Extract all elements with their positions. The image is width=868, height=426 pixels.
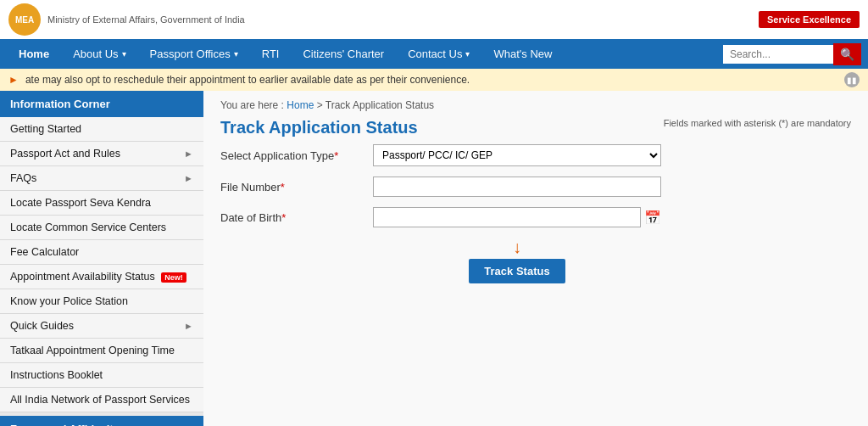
chevron-right-icon: ►: [184, 173, 193, 183]
chevron-down-icon: ▾: [122, 49, 126, 59]
page-title: Track Application Status: [220, 118, 418, 137]
chevron-right-icon: ►: [184, 321, 193, 331]
sidebar-item-instructions-booklet[interactable]: Instructions Booklet: [0, 363, 203, 388]
marquee-arrow-icon: ►: [8, 74, 19, 86]
nav-item-rti[interactable]: RTI: [250, 39, 292, 69]
logo-area: MEA Ministry of External Affairs, Govern…: [8, 3, 245, 36]
nav-item-home[interactable]: Home: [7, 39, 61, 69]
application-type-row: Select Application Type* Passport/ PCC/ …: [220, 144, 661, 166]
ministry-text: Ministry of External Affairs, Government…: [47, 14, 245, 25]
nav-item-whats-new[interactable]: What's New: [481, 39, 564, 69]
top-header: MEA Ministry of External Affairs, Govern…: [0, 0, 868, 39]
calendar-icon[interactable]: 📅: [644, 210, 661, 226]
nav-search-area: 🔍: [723, 43, 861, 65]
nav-item-citizens-charter[interactable]: Citizens' Charter: [291, 39, 396, 69]
track-status-button[interactable]: Track Status: [469, 259, 565, 283]
sidebar-item-faqs[interactable]: FAQs ►: [0, 166, 203, 191]
application-type-label: Select Application Type*: [220, 149, 373, 162]
marquee-text: ate may also opt to reschedule their app…: [25, 74, 470, 86]
sidebar: Information Corner Getting Started Passp…: [0, 91, 203, 426]
date-of-birth-row: Date of Birth* 📅: [220, 207, 661, 227]
arrow-down-icon: ↓: [513, 238, 521, 257]
nav-item-passport-offices[interactable]: Passport Offices ▾: [138, 39, 250, 69]
sidebar-item-appointment-availability[interactable]: Appointment Availability Status New!: [0, 265, 203, 289]
chevron-down-icon: ▾: [465, 49, 470, 59]
sidebar-item-locate-psk[interactable]: Locate Passport Seva Kendra: [0, 191, 203, 216]
content-area: Information Corner Getting Started Passp…: [0, 91, 868, 426]
nav-item-about-us[interactable]: About Us ▾: [61, 39, 137, 69]
file-number-input[interactable]: [373, 177, 661, 197]
sidebar-item-all-india-network[interactable]: All India Network of Passport Services: [0, 388, 203, 412]
breadcrumb-home-link[interactable]: Home: [287, 99, 314, 111]
sidebar-section1-heading: Information Corner: [0, 91, 203, 117]
application-type-select[interactable]: Passport/ PCC/ IC/ GEP e-Passport PCC IC…: [373, 144, 661, 166]
service-excellence-badge: Service Excellence: [759, 11, 860, 28]
mandatory-note: Fields marked with asterisk (*) are mand…: [664, 118, 851, 128]
sidebar-item-passport-act[interactable]: Passport Act and Rules ►: [0, 142, 203, 166]
breadcrumb-current: Track Application Status: [326, 99, 434, 111]
sidebar-item-getting-started[interactable]: Getting Started: [0, 117, 203, 142]
main-content: You are here : Home > Track Application …: [203, 91, 868, 426]
search-input[interactable]: [723, 45, 833, 64]
new-badge: New!: [161, 272, 186, 283]
main-nav: Home About Us ▾ Passport Offices ▾ RTI C…: [0, 39, 868, 69]
pause-marquee-button[interactable]: ▮▮: [844, 72, 860, 87]
file-number-label: File Number*: [220, 181, 373, 193]
track-btn-container: ↓ Track Status: [373, 238, 661, 283]
search-button[interactable]: 🔍: [833, 43, 861, 65]
chevron-right-icon: ►: [184, 149, 193, 159]
breadcrumb: You are here : Home > Track Application …: [220, 99, 851, 111]
nav-item-contact-us[interactable]: Contact Us ▾: [396, 39, 481, 69]
date-of-birth-wrap: 📅: [373, 207, 661, 227]
mea-logo: MEA: [8, 3, 41, 36]
file-number-row: File Number*: [220, 177, 661, 197]
sidebar-item-quick-guides[interactable]: Quick Guides ►: [0, 314, 203, 339]
chevron-down-icon: ▾: [234, 49, 238, 59]
sidebar-item-tatkaal-opening[interactable]: Tatkaal Appointment Opening Time: [0, 339, 203, 363]
sidebar-item-locate-csc[interactable]: Locate Common Service Centers: [0, 216, 203, 240]
marquee-bar: ► ate may also opt to reschedule their a…: [0, 69, 868, 91]
sidebar-section2-heading: Forms and Affidavits: [0, 416, 203, 426]
sidebar-item-know-police-station[interactable]: Know your Police Station: [0, 289, 203, 314]
sidebar-item-fee-calculator[interactable]: Fee Calculator: [0, 240, 203, 265]
logo-text: MEA: [15, 15, 34, 25]
date-of-birth-input[interactable]: [373, 207, 641, 227]
date-of-birth-label: Date of Birth*: [220, 211, 373, 224]
track-form: Select Application Type* Passport/ PCC/ …: [220, 144, 661, 283]
